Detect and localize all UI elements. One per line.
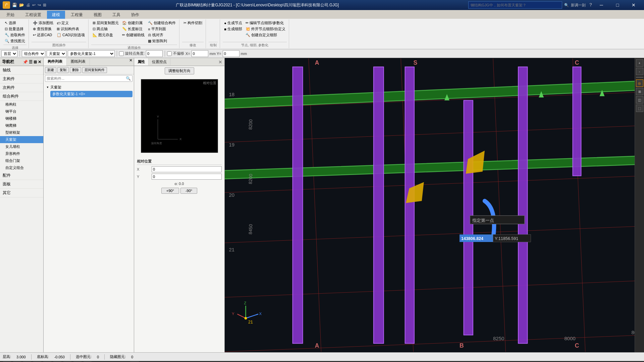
- btn-edit-node[interactable]: ✏编辑节点细部/参数化: [244, 20, 287, 26]
- tab-tools[interactable]: 工具: [107, 11, 125, 19]
- rotate-input[interactable]: [146, 50, 163, 57]
- tab-component-list[interactable]: 构件列表: [44, 58, 67, 66]
- prop-x-value[interactable]: [152, 166, 222, 172]
- close-button[interactable]: ✕: [626, 0, 641, 10]
- prop-y-value[interactable]: [152, 174, 222, 180]
- btn-copy-component[interactable]: 复制: [57, 67, 69, 73]
- skylight-select[interactable]: 天窗架: [47, 50, 66, 57]
- canvas-zoom-out[interactable]: -: [636, 68, 643, 75]
- new-one-btn[interactable]: 新调一刻: [571, 3, 586, 8]
- nav-steel-stairs[interactable]: 钢楼梯: [0, 115, 43, 122]
- nav-truss-column[interactable]: 格构柱: [0, 101, 43, 108]
- help-icon[interactable]: ？: [588, 2, 594, 8]
- btn-align-flat[interactable]: ≡平齐到面: [147, 26, 177, 32]
- canvas-option-2[interactable]: ⊞: [636, 88, 643, 95]
- rotate-checkbox[interactable]: [119, 51, 124, 56]
- help-search-input[interactable]: [468, 1, 562, 9]
- nav-combined-component[interactable]: 组合构件: [0, 92, 43, 101]
- canvas-zoom-in[interactable]: +: [636, 59, 643, 67]
- btn-gen-node[interactable]: ●生成节点: [223, 20, 244, 26]
- btn-cut-component[interactable]: ✂构件切割: [182, 20, 204, 26]
- btn-create-custom[interactable]: 🔨创建自定义细部: [244, 32, 287, 38]
- search-box[interactable]: 🔍: [45, 75, 132, 82]
- btn-delete-component[interactable]: 删除: [70, 67, 81, 73]
- nav-other[interactable]: 其它: [0, 189, 43, 197]
- btn-copy-floor[interactable]: ⊞层间复制图元: [91, 20, 120, 26]
- btn-identify-table[interactable]: ⊞识别构件表: [55, 26, 86, 32]
- maximize-button[interactable]: □: [610, 0, 625, 10]
- nav-grid-icon[interactable]: ⊞: [34, 60, 37, 64]
- tab-attributes[interactable]: 属性: [134, 58, 149, 65]
- prop-panel-close[interactable]: ✕: [216, 59, 224, 65]
- component-type-select[interactable]: 组合构件: [22, 50, 45, 57]
- btn-select[interactable]: ↖选择: [3, 20, 26, 26]
- canvas-option-1[interactable]: ◎: [636, 79, 643, 87]
- btn-copy-floor-component[interactable]: 层间复制构件: [82, 67, 107, 73]
- prop-x-input[interactable]: [153, 167, 220, 171]
- offset-checkbox[interactable]: [167, 51, 172, 56]
- canvas-option-3[interactable]: ◫: [636, 96, 643, 104]
- mid-tools: 新建 复制 删除 层间复制构件: [44, 66, 134, 74]
- tab-position-control[interactable]: 位置控点: [149, 58, 170, 65]
- search-icon[interactable]: 🔍: [564, 3, 569, 7]
- btn-pick-component[interactable]: 🔧拾取构件: [3, 32, 26, 38]
- btn-length-dim[interactable]: 📏长度标注: [121, 26, 146, 32]
- minimize-button[interactable]: ─: [594, 0, 609, 10]
- nav-custom-combined[interactable]: 自定义组合: [0, 164, 43, 171]
- tab-coop[interactable]: 协作: [126, 11, 144, 19]
- tab-quantity[interactable]: 工程量: [66, 11, 88, 19]
- btn-element-save[interactable]: 📐图元存盘: [91, 32, 120, 38]
- tab-drawing-list[interactable]: 图纸列表: [67, 58, 90, 66]
- btn-find-replace[interactable]: ⊕查找替换: [32, 26, 55, 32]
- nav-parapet[interactable]: 女儿墙柱: [0, 143, 43, 150]
- btn-define[interactable]: 🏷定义: [55, 20, 86, 26]
- y-input[interactable]: [223, 50, 239, 57]
- nav-fittings[interactable]: 配件: [0, 171, 43, 180]
- btn-adjust-direction[interactable]: 调整绘制方向: [165, 67, 194, 74]
- nav-list-icon[interactable]: ☰: [29, 60, 33, 64]
- btn-line-align[interactable]: ⚖线对齐: [147, 32, 177, 38]
- btn-create-combined[interactable]: 🔨创建组合构件: [147, 20, 177, 26]
- x-input[interactable]: [192, 50, 208, 57]
- canvas-area[interactable]: 指定第一点 143806.824 Y:11856.591 A S C D 18 …: [225, 58, 644, 352]
- nav-secondary-component[interactable]: 次构件: [0, 83, 43, 92]
- nav-axis[interactable]: 轴线: [0, 66, 43, 75]
- search-input[interactable]: [47, 76, 126, 80]
- nav-skylight[interactable]: 天窗架: [0, 136, 43, 143]
- nav-steel-ladder[interactable]: 钢爬梯: [0, 122, 43, 129]
- tree-root-skylight[interactable]: ▼ 天窗架: [45, 84, 132, 91]
- btn-find-element[interactable]: 🔍查找图元: [3, 38, 26, 44]
- nav-pin-icon[interactable]: 📌: [23, 60, 28, 64]
- btn-minus90[interactable]: -90°: [180, 188, 197, 194]
- btn-add-drawing[interactable]: ➕添加图纸: [32, 20, 55, 26]
- nav-main-component[interactable]: 主构件: [0, 75, 43, 83]
- btn-batch-select[interactable]: ⊡批量选择: [3, 26, 26, 32]
- btn-new-component[interactable]: 新建: [45, 67, 56, 73]
- btn-two-point-axis[interactable]: ⊡两点轴: [91, 26, 120, 32]
- btn-restore-cad[interactable]: ↩还原CAD: [32, 32, 55, 38]
- btn-create-aux[interactable]: ✏创建辅助线: [121, 32, 146, 38]
- prop-y-input[interactable]: [153, 175, 220, 179]
- btn-rect-array[interactable]: ▦矩形阵列: [147, 38, 177, 44]
- tab-build[interactable]: 建模: [47, 11, 65, 19]
- tree-item-param-skylight[interactable]: 参数化天窗架-1 <0>: [50, 91, 132, 97]
- nav-steel-platform[interactable]: 钢平台: [0, 108, 43, 115]
- btn-plus90[interactable]: +90°: [161, 188, 179, 194]
- nav-panel[interactable]: 面板: [0, 180, 43, 189]
- nav-close-icon[interactable]: ✕: [38, 60, 41, 64]
- btn-create-roof[interactable]: 🏠创建归属: [121, 20, 146, 26]
- btn-cad-options[interactable]: 📋CAD识别选项: [55, 32, 86, 38]
- nav-steel-frame[interactable]: 型材框架: [0, 129, 43, 136]
- nav-gate[interactable]: 组合门架: [0, 157, 43, 164]
- component-tree: ▼ 天窗架 参数化天窗架-1 <0>: [44, 82, 134, 352]
- param-select[interactable]: 参数化天窗架-1: [68, 50, 115, 57]
- mid-panel-close[interactable]: ✕: [128, 58, 134, 66]
- floor-select[interactable]: 首层: [1, 50, 17, 57]
- tab-view[interactable]: 视图: [89, 11, 107, 19]
- tab-start[interactable]: 开始: [1, 11, 19, 19]
- tab-engineering[interactable]: 工程设置: [20, 11, 46, 19]
- nav-irregular[interactable]: 异形构件: [0, 150, 43, 157]
- btn-gen-detail[interactable]: ■生成细部: [223, 26, 244, 32]
- btn-explode-node[interactable]: 💥炸开节点细部/自定义: [244, 26, 287, 32]
- canvas-option-4[interactable]: ⬚: [636, 105, 643, 112]
